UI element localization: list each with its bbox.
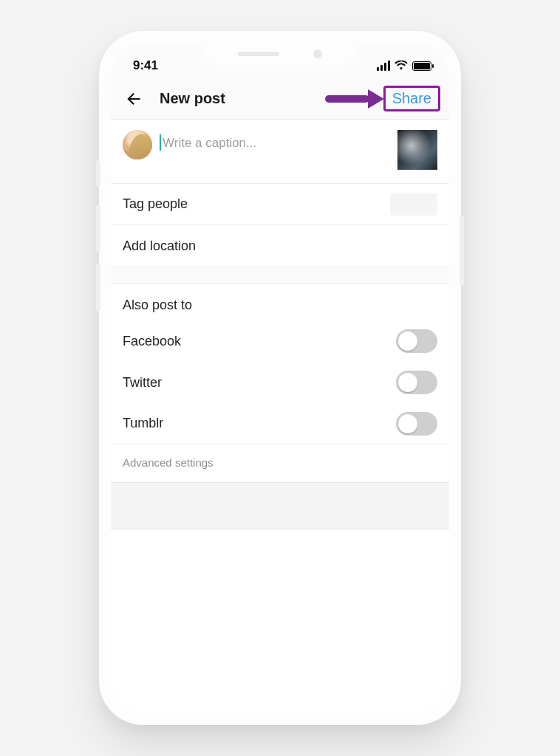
advanced-settings-row[interactable]: Advanced settings (111, 444, 449, 483)
front-camera (313, 49, 322, 58)
back-button[interactable] (121, 86, 146, 111)
text-caret (160, 134, 161, 151)
speaker (238, 52, 279, 56)
tag-people-row[interactable]: Tag people (111, 184, 449, 225)
advanced-settings-label: Advanced settings (123, 456, 214, 469)
volume-down-button (96, 264, 100, 312)
also-post-header: Also post to (111, 284, 449, 320)
notch (202, 43, 358, 65)
mute-switch (96, 160, 100, 186)
caption-input[interactable]: Write a caption... (163, 130, 387, 151)
tag-people-label: Tag people (123, 196, 188, 212)
twitter-label: Twitter (123, 375, 162, 391)
wifi-icon (395, 61, 408, 71)
cellular-signal-icon (377, 61, 390, 71)
empty-area (111, 483, 449, 713)
phone-frame: 9:41 New post Share (99, 31, 461, 725)
tag-people-chip (390, 193, 437, 216)
caption-placeholder: Write a caption... (163, 136, 256, 150)
tumblr-toggle[interactable] (396, 412, 437, 436)
twitter-row: Twitter (111, 362, 449, 403)
status-time: 9:41 (133, 58, 158, 73)
facebook-toggle[interactable] (396, 329, 437, 353)
tumblr-row: Tumblr (111, 403, 449, 444)
page-title: New post (160, 90, 225, 107)
add-location-row[interactable]: Add location (111, 225, 449, 267)
facebook-row: Facebook (111, 320, 449, 362)
share-button[interactable]: Share (385, 87, 439, 110)
callout-arrow-icon (325, 89, 384, 109)
twitter-toggle[interactable] (396, 371, 437, 394)
arrow-left-icon (124, 89, 143, 109)
tumblr-label: Tumblr (123, 416, 163, 431)
user-avatar[interactable] (123, 130, 152, 159)
screen: 9:41 New post Share (111, 43, 449, 713)
caption-row: Write a caption... (111, 120, 449, 184)
post-thumbnail[interactable] (397, 130, 437, 170)
power-button (460, 216, 464, 286)
battery-icon (412, 61, 431, 71)
facebook-label: Facebook (123, 334, 181, 349)
section-gap (111, 267, 449, 284)
add-location-label: Add location (123, 238, 196, 254)
volume-up-button (96, 205, 100, 252)
navbar: New post Share (111, 78, 449, 120)
